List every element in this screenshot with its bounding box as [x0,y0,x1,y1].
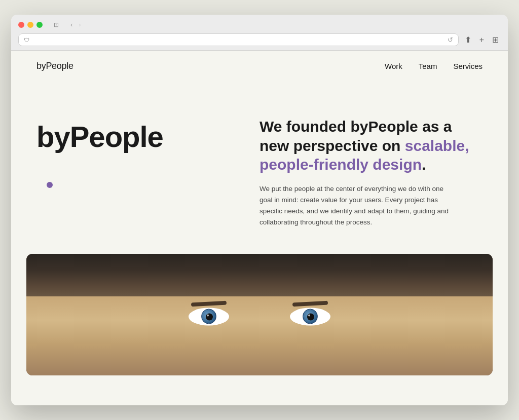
right-eye-pupil [307,314,314,321]
nav-item-work[interactable]: Work [385,62,402,71]
security-icon: 🛡 [24,37,29,43]
nav-link-work[interactable]: Work [385,62,402,70]
hero-tagline: We founded byPeople as a new perspective… [260,117,483,174]
forward-button[interactable]: › [76,20,83,29]
grid-button[interactable]: ⊞ [490,34,501,46]
hero-title: byPeople [36,122,163,151]
hero-dot [47,182,53,188]
close-button[interactable] [18,22,24,28]
new-tab-button[interactable]: + [477,34,486,46]
hero-left: byPeople [36,112,229,188]
nav-link-services[interactable]: Services [453,62,483,70]
site-nav: byPeople Work Team Services [11,51,508,82]
sidebar-toggle-button[interactable]: ⊡ [52,20,61,29]
tagline-suffix: . [422,156,426,173]
hero-description: We put the people at the center of every… [260,183,457,228]
traffic-lights [18,22,43,28]
left-eye-white [189,308,229,326]
minimize-button[interactable] [27,22,33,28]
address-bar-container: 🛡 bypeople.studio ↺ [18,33,459,46]
site-nav-links: Work Team Services [385,62,483,71]
site-logo[interactable]: byPeople [36,61,73,71]
nav-arrows: ‹ › [68,20,84,29]
browser-chrome: ⊡ ‹ › 🛡 bypeople.studio ↺ ⬆ + ⊞ [11,15,508,51]
back-button[interactable]: ‹ [68,20,75,29]
reload-button[interactable]: ↺ [448,36,453,44]
right-eye-white [290,308,330,326]
eyes-area [26,308,493,326]
toolbar-right: ⬆ + ⊞ [463,34,501,46]
nav-item-services[interactable]: Services [453,62,483,71]
window-controls: ⊡ [52,20,61,29]
nav-item-team[interactable]: Team [419,62,437,71]
hero-image [26,254,493,375]
share-button[interactable]: ⬆ [463,34,473,46]
nav-link-team[interactable]: Team [419,62,437,70]
right-eye [290,308,330,326]
website-content: byPeople Work Team Services byPeople [11,51,508,405]
browser-window: ⊡ ‹ › 🛡 bypeople.studio ↺ ⬆ + ⊞ byPeople [11,15,508,405]
hero-section: byPeople We founded byPeople as a new pe… [11,82,508,254]
maximize-button[interactable] [36,22,43,28]
left-eye [189,308,229,326]
left-eye-pupil [206,314,213,321]
address-bar[interactable]: bypeople.studio [32,36,444,44]
left-eye-iris [201,309,216,324]
right-eye-iris [303,309,318,324]
hero-right: We founded byPeople as a new perspective… [260,112,483,228]
